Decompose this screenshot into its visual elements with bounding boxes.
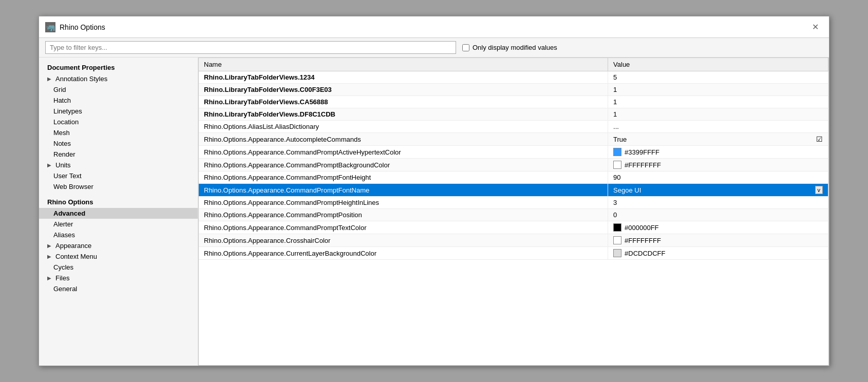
sidebar-item-label: Context Menu: [55, 253, 97, 260]
table-row[interactable]: Rhino.LibraryTabFolderViews.DF8C1CDB1: [199, 108, 828, 121]
plain-value-text: 1: [613, 86, 617, 93]
close-button[interactable]: ✕: [807, 20, 823, 35]
table-row[interactable]: Rhino.Options.Appearance.CommandPromptAc…: [199, 146, 828, 159]
sidebar-item-location[interactable]: Location: [39, 117, 198, 127]
modified-checkbox[interactable]: [462, 44, 469, 51]
sidebar-item-hatch[interactable]: Hatch: [39, 95, 198, 106]
sidebar-item-label: Files: [55, 274, 69, 282]
table-cell-name: Rhino.Options.Appearance.CurrentLayerBac…: [199, 247, 608, 260]
sidebar-item-label: Grid: [53, 86, 66, 93]
plain-value-text: 90: [613, 174, 620, 181]
sidebar: Document Properties ▶ Annotation Styles …: [39, 58, 198, 366]
sidebar-item-label: Mesh: [53, 129, 70, 137]
sidebar-item-user-text[interactable]: User Text: [39, 170, 198, 181]
plain-value-text: 1: [613, 98, 617, 106]
dropdown-button[interactable]: v: [815, 186, 823, 194]
sidebar-item-mesh[interactable]: Mesh: [39, 127, 198, 138]
sidebar-item-label: Units: [55, 161, 71, 169]
color-swatch: [613, 148, 621, 156]
doc-properties-header: Document Properties: [39, 62, 198, 73]
color-swatch: [613, 249, 621, 257]
sidebar-item-label: Linetypes: [53, 107, 82, 115]
table-row[interactable]: Rhino.Options.Appearance.CommandPromptFo…: [199, 171, 828, 184]
dropdown-value-text: Segoe UI: [613, 186, 812, 194]
checkbox-icon[interactable]: ☑: [816, 135, 823, 143]
arrow-icon: ▶: [47, 162, 51, 168]
table-cell-name: Rhino.LibraryTabFolderViews.DF8C1CDB: [199, 108, 608, 121]
table-row[interactable]: Rhino.LibraryTabFolderViews.CA568881: [199, 96, 828, 108]
sidebar-item-label: Appearance: [55, 242, 91, 250]
table-cell-name: Rhino.Options.Appearance.CommandPromptBa…: [199, 159, 608, 171]
color-swatch: [613, 223, 621, 232]
sidebar-item-label: General: [53, 285, 77, 293]
content-area: Name Value Rhino.LibraryTabFolderViews.1…: [198, 58, 829, 366]
sidebar-item-files[interactable]: ▶ Files: [39, 273, 198, 283]
table-row[interactable]: Rhino.Options.Appearance.CrosshairColor#…: [199, 234, 828, 247]
table-cell-value: #FFFFFFFF: [608, 159, 828, 171]
sidebar-item-advanced[interactable]: Advanced: [39, 208, 198, 219]
arrow-icon: ▶: [47, 76, 51, 82]
modified-label: Only display modified values: [473, 44, 557, 51]
table-cell-name: Rhino.Options.Appearance.CommandPromptFo…: [199, 184, 608, 197]
sidebar-item-linetypes[interactable]: Linetypes: [39, 106, 198, 117]
table-row[interactable]: Rhino.Options.Appearance.CommandPromptPo…: [199, 209, 828, 221]
title-bar: 🦏 Rhino Options ✕: [39, 16, 829, 38]
table-cell-name: Rhino.Options.Appearance.CommandPromptHe…: [199, 197, 608, 209]
table-row[interactable]: Rhino.Options.Appearance.CommandPromptFo…: [199, 184, 828, 197]
sidebar-item-context-menu[interactable]: ▶ Context Menu: [39, 251, 198, 262]
sidebar-item-units[interactable]: ▶ Units: [39, 160, 198, 170]
arrow-icon: ▶: [47, 243, 51, 249]
table-row[interactable]: Rhino.Options.AliasList.AliasDictionary.…: [199, 121, 828, 133]
sidebar-item-notes[interactable]: Notes: [39, 138, 198, 149]
color-value-text: #000000FF: [625, 224, 659, 232]
sidebar-item-render[interactable]: Render: [39, 149, 198, 160]
table-cell-value: 1: [608, 108, 828, 121]
sidebar-item-label: Cycles: [53, 263, 73, 271]
sidebar-item-grid[interactable]: Grid: [39, 84, 198, 95]
sidebar-item-aliases[interactable]: Aliases: [39, 230, 198, 240]
rhino-options-window: 🦏 Rhino Options ✕ Only display modified …: [39, 16, 829, 366]
modified-check-container: Only display modified values: [462, 44, 557, 51]
table-cell-value: ...: [608, 121, 828, 133]
bool-value-text: True: [613, 136, 627, 143]
sidebar-item-appearance[interactable]: ▶ Appearance: [39, 240, 198, 251]
table-row[interactable]: Rhino.Options.Appearance.CommandPromptTe…: [199, 221, 828, 234]
sidebar-item-label: User Text: [53, 172, 82, 180]
table-cell-value[interactable]: Segoe UIv: [608, 184, 828, 197]
table-cell-value: #FFFFFFFF: [608, 234, 828, 247]
app-icon: 🦏: [45, 22, 55, 32]
table-cell-value: 3: [608, 197, 828, 209]
main-area: Document Properties ▶ Annotation Styles …: [39, 58, 829, 366]
col-value-header: Value: [608, 58, 828, 71]
sidebar-item-label: Alerter: [53, 220, 73, 228]
settings-table: Name Value Rhino.LibraryTabFolderViews.1…: [199, 58, 828, 260]
filter-input[interactable]: [45, 41, 456, 54]
table-cell-value: 90: [608, 171, 828, 184]
table-row[interactable]: Rhino.Options.Appearance.CurrentLayerBac…: [199, 247, 828, 260]
plain-value-text: ...: [613, 123, 619, 130]
table-row[interactable]: Rhino.Options.Appearance.AutocompleteCom…: [199, 133, 828, 146]
table-row[interactable]: Rhino.LibraryTabFolderViews.C00F3E031: [199, 84, 828, 96]
table-row[interactable]: Rhino.Options.Appearance.CommandPromptHe…: [199, 197, 828, 209]
sidebar-item-general[interactable]: General: [39, 283, 198, 294]
rhino-options-header: Rhino Options: [39, 196, 198, 208]
plain-value-text: 5: [613, 73, 617, 81]
plain-value-text: 3: [613, 199, 617, 206]
plain-value-text: 0: [613, 211, 617, 219]
sidebar-item-alerter[interactable]: Alerter: [39, 219, 198, 230]
table-cell-value: 0: [608, 209, 828, 221]
sidebar-item-web-browser[interactable]: Web Browser: [39, 181, 198, 192]
sidebar-item-label: Hatch: [53, 97, 71, 104]
color-value-text: #FFFFFFFF: [625, 161, 661, 169]
table-cell-name: Rhino.Options.Appearance.CommandPromptAc…: [199, 146, 608, 159]
table-row[interactable]: Rhino.LibraryTabFolderViews.12345: [199, 71, 828, 84]
plain-value-text: 1: [613, 110, 617, 118]
sidebar-item-cycles[interactable]: Cycles: [39, 262, 198, 273]
table-row[interactable]: Rhino.Options.Appearance.CommandPromptBa…: [199, 159, 828, 171]
sidebar-item-annotation-styles[interactable]: ▶ Annotation Styles: [39, 73, 198, 84]
table-cell-value: #3399FFFF: [608, 146, 828, 159]
sidebar-item-label: Advanced: [53, 209, 85, 217]
table-cell-value: 1: [608, 96, 828, 108]
color-value-text: #DCDCDCFF: [625, 250, 665, 257]
color-value-text: #FFFFFFFF: [625, 237, 661, 244]
